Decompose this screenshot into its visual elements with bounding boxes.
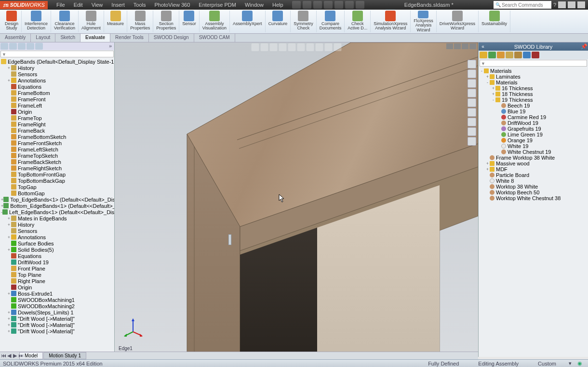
ribbon-interference[interactable]: InterferenceDetection [22, 11, 51, 32]
tree-item[interactable]: Origin [1, 284, 113, 290]
zoom-area-icon[interactable] [261, 43, 268, 51]
tree-item[interactable]: FrameBottom [1, 90, 113, 96]
qat-save-icon[interactable] [313, 1, 322, 9]
library-item[interactable]: Lime Green 19 [480, 132, 587, 137]
tree-toggle-icon[interactable]: + [7, 291, 11, 296]
tree-toggle-icon[interactable]: + [7, 78, 11, 83]
library-item[interactable]: Frame Worktop 38 White [480, 155, 587, 161]
panel-collapse-handle[interactable] [228, 234, 231, 245]
ribbon-curvature[interactable]: Curvature [266, 11, 291, 32]
tree-toggle-icon[interactable]: + [7, 66, 11, 70]
tree-item[interactable]: Front Plane [1, 265, 113, 272]
library-item[interactable]: Worktop White Chestnut 38 [480, 195, 587, 201]
fm-collapse-icon[interactable]: » [107, 43, 114, 50]
library-item[interactable]: +16 Thickness [480, 85, 587, 91]
ribbon-assembly[interactable]: AssemblyVisualization [200, 11, 230, 32]
library-item[interactable]: -Materials [480, 80, 587, 85]
lib-toggle-icon[interactable]: + [485, 167, 490, 172]
lib-tab-connectors-icon[interactable] [532, 52, 539, 58]
ribbon-section[interactable]: SectionProperties [153, 11, 179, 32]
qat-rebuild-icon[interactable] [345, 1, 354, 9]
tree-item[interactable]: +Top_EdgeBands<1> (Default<<Default>_Dis… [1, 196, 113, 203]
taskpane-custom-props-icon[interactable] [468, 108, 476, 117]
tree-item[interactable]: +Annotations [1, 77, 113, 83]
library-item[interactable]: White Chestnut 19 [480, 149, 587, 155]
tree-toggle-icon[interactable]: + [7, 222, 11, 227]
library-item[interactable]: DriftWood 19 [480, 120, 587, 126]
lib-tab-profiles-icon[interactable] [506, 52, 513, 58]
taskpane-appearances-icon[interactable] [468, 98, 476, 107]
tree-toggle-icon[interactable]: + [7, 316, 11, 321]
library-item[interactable]: -19 Thickness [480, 97, 587, 103]
tab-nav-next-icon[interactable]: ▶ [13, 353, 17, 359]
tree-item[interactable]: +"Drift Wood [->Material]" [1, 328, 113, 334]
menu-tools[interactable]: Tools [130, 1, 150, 9]
library-item[interactable]: +Laminates [480, 74, 587, 80]
tree-item[interactable]: SWOODBoxMachining1 [1, 297, 113, 303]
library-item[interactable]: Blue 19 [480, 109, 587, 114]
library-root[interactable]: - Materials [480, 68, 587, 74]
taskpane-swood-icon[interactable] [468, 118, 476, 126]
tree-toggle-icon[interactable]: + [7, 329, 11, 334]
qat-options-icon[interactable] [356, 1, 364, 9]
ribbon-mass[interactable]: MassProperties [127, 11, 153, 32]
tab-nav-first-icon[interactable]: ⏮ [1, 353, 6, 359]
ribbon-sensor[interactable]: Sensor [179, 11, 200, 32]
library-item[interactable]: Particle Board [480, 172, 587, 178]
library-tree[interactable]: - Materials +Laminates-Materials+16 Thic… [479, 67, 588, 357]
library-filter-input[interactable]: ▼ [480, 60, 587, 67]
library-pin-icon[interactable]: 📌 [581, 43, 587, 50]
ribbon-check[interactable]: CheckActive D... [345, 11, 371, 32]
tree-item[interactable]: FrameFrontSketch [1, 140, 113, 146]
ribbon-design[interactable]: DesignStudy [2, 11, 22, 32]
tree-toggle-icon[interactable]: + [7, 323, 11, 327]
tree-item[interactable]: SWOODBoxMachining2 [1, 303, 113, 309]
qat-print-icon[interactable] [324, 1, 333, 9]
menu-view[interactable]: View [88, 1, 107, 9]
ribbon-symmetry[interactable]: SymmetryCheck [291, 11, 317, 32]
ribbon-simulationxpress[interactable]: SimulationXpressAnalysis Wizard [371, 11, 411, 32]
feature-tree[interactable]: EdgeBands (Default<Default_Display State… [0, 58, 114, 357]
tree-item[interactable]: +History [1, 221, 113, 228]
menu-file[interactable]: File [53, 1, 69, 9]
tree-item[interactable]: Right Plane [1, 278, 113, 284]
ribbon-driveworksxpress[interactable]: DriveWorksXpressWizard [437, 11, 479, 32]
cmd-tab-evaluate[interactable]: Evaluate [80, 34, 110, 42]
library-item[interactable]: +MDF [480, 166, 587, 172]
tab-nav-prev-icon[interactable]: ◀ [7, 353, 12, 359]
menu-enterprise-pdm[interactable]: Enterprise PDM [195, 1, 240, 9]
menu-help[interactable]: Help [268, 1, 287, 9]
tree-item[interactable]: FrameRightSketch [1, 165, 113, 171]
library-item[interactable]: Worktop Beech 50 [480, 190, 587, 195]
cmd-tab-swood-design[interactable]: SWOOD Design [149, 34, 194, 42]
library-item[interactable]: Beech 19 [480, 103, 587, 109]
tree-item[interactable]: Equations [1, 83, 113, 90]
tree-item[interactable]: +Dowels(Steps_Limits) 1 [1, 309, 113, 315]
status-macro-icon[interactable]: ◉ [575, 360, 585, 367]
vp-max-icon[interactable] [454, 43, 461, 49]
lib-toggle-icon[interactable]: + [485, 161, 490, 166]
help-icon[interactable]: ? [553, 2, 556, 8]
ribbon-assemblyxpert[interactable]: AssemblyXpert [230, 11, 266, 32]
minimize-button[interactable]: — [558, 1, 566, 8]
library-item[interactable]: +18 Thickness [480, 91, 587, 97]
qat-new-icon[interactable] [292, 1, 301, 9]
ribbon-hole[interactable]: HoleAlignment [79, 11, 104, 32]
ribbon-measure[interactable]: Measure [104, 11, 127, 32]
tree-item[interactable]: TopGap [1, 184, 113, 190]
tree-toggle-icon[interactable]: + [7, 216, 11, 221]
library-item[interactable]: Orange 19 [480, 137, 587, 143]
tree-item[interactable]: +"Drift Wood [->Material]" [1, 322, 113, 328]
tree-item[interactable]: FrameBackSketch [1, 159, 113, 165]
search-commands-input[interactable] [502, 2, 549, 8]
tree-item[interactable]: +Solid Bodies(5) [1, 246, 113, 253]
taskpane-view-palette-icon[interactable] [468, 89, 476, 97]
view-settings-icon[interactable] [334, 43, 342, 51]
vp-close-icon[interactable] [469, 43, 476, 49]
taskpane-home-icon[interactable] [468, 60, 476, 68]
tree-item[interactable]: FrameLeft [1, 102, 113, 109]
tree-item[interactable]: +"Drift Wood [->Material]" [1, 315, 113, 322]
library-item[interactable]: +Massive wood [480, 161, 587, 166]
view-orientation-icon[interactable] [288, 43, 296, 51]
tree-item[interactable]: Origin [1, 109, 113, 115]
